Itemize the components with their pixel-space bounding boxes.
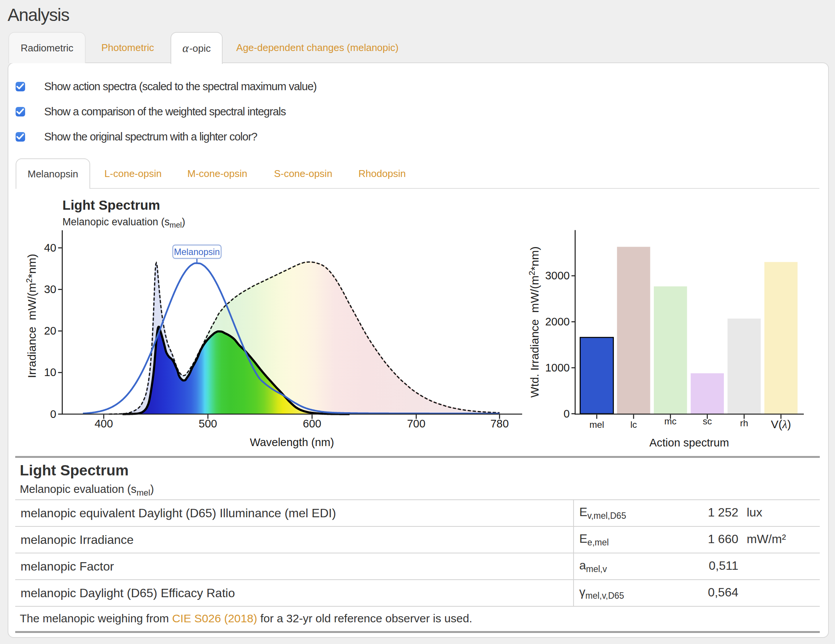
svg-text:500: 500 — [199, 418, 217, 430]
svg-text:sc: sc — [703, 416, 712, 426]
svg-text:Action spectrum: Action spectrum — [649, 437, 729, 449]
svg-text:30: 30 — [44, 283, 56, 295]
svg-text:10: 10 — [44, 366, 56, 378]
svg-text:20: 20 — [44, 325, 56, 337]
svg-text:40: 40 — [44, 242, 56, 254]
svg-text:0: 0 — [564, 408, 570, 420]
svg-text:2000: 2000 — [545, 315, 570, 328]
svg-text:400: 400 — [94, 418, 113, 430]
svg-text:1000: 1000 — [545, 362, 570, 374]
svg-text:3000: 3000 — [545, 270, 570, 282]
svg-text:Melanopic evaluation (smel): Melanopic evaluation (smel) — [62, 216, 185, 229]
svg-text:Light Spectrum: Light Spectrum — [62, 198, 160, 212]
svg-text:600: 600 — [303, 418, 321, 430]
svg-text:780: 780 — [490, 418, 508, 430]
svg-text:V(λ): V(λ) — [771, 418, 791, 431]
svg-text:mc: mc — [664, 416, 677, 426]
svg-text:Irradiance mW/(m2*nm): Irradiance mW/(m2*nm) — [24, 254, 38, 378]
svg-text:0: 0 — [50, 408, 56, 420]
svg-text:Wtd. Irradiance mW/(m2*nm): Wtd. Irradiance mW/(m2*nm) — [527, 246, 541, 397]
svg-text:mel: mel — [590, 420, 604, 430]
svg-text:700: 700 — [407, 418, 425, 430]
svg-text:rh: rh — [740, 418, 748, 428]
svg-text:Melanopsin: Melanopsin — [174, 247, 220, 257]
svg-text:Wavelength (nm): Wavelength (nm) — [250, 436, 334, 448]
svg-text:lc: lc — [630, 420, 637, 430]
